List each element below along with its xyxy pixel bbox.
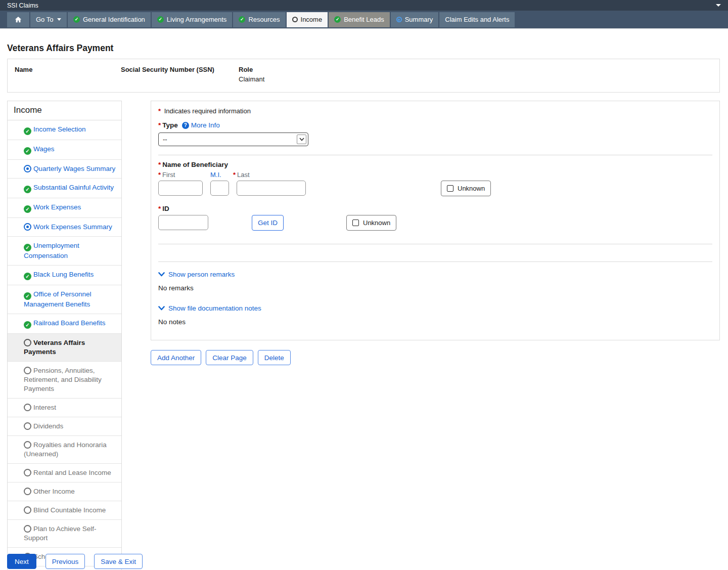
sidebar-item-royalties-and-honoraria[interactable]: Royalties and Honoraria (Unearned) [8,436,121,464]
divider [158,261,712,262]
id-unknown-checkbox[interactable]: Unknown [346,215,396,231]
tab-label: General Identification [83,16,145,23]
sidebar-item-work-expenses-summary[interactable]: Work Expenses Summary [8,218,121,237]
sidebar-item-dividends[interactable]: Dividends [8,417,121,436]
donut-icon [396,17,402,22]
donut-icon [24,165,31,172]
next-button[interactable]: Next [7,554,36,569]
sidebar-item-rental-and-lease-income[interactable]: Rental and Lease Income [8,464,121,483]
sidebar-item-label: Substantial Gainful Activity [33,184,114,191]
circle-open-icon [24,469,31,476]
beneficiary-field-labels: *First M.I. *Last [158,171,712,180]
app-title: SSI Claims [7,2,38,9]
sidebar-item-black-lung-benefits[interactable]: Black Lung Benefits [8,266,121,285]
sidebar-item-label: Other Income [33,488,75,495]
show-person-remarks-toggle[interactable]: Show person remarks [158,271,712,278]
sidebar-item-quarterly-wages-summary[interactable]: Quarterly Wages Summary [8,160,121,179]
circle-open-icon [24,506,31,514]
more-info-link[interactable]: More Info [182,121,220,129]
tab-claim-edits-and-alerts[interactable]: Claim Edits and Alerts [439,12,515,27]
divider [158,155,712,155]
app-menu-caret-icon[interactable] [716,4,721,7]
check-icon [334,16,341,23]
first-name-label: *First [158,171,175,179]
check-icon [24,292,31,300]
person-header-name: Name [15,66,121,75]
sidebar-item-label: Interest [33,404,56,411]
sidebar-item-railroad-board-benefits[interactable]: Railroad Board Benefits [8,314,121,334]
show-file-documentation-notes-toggle[interactable]: Show file documentation notes [158,304,712,312]
home-button[interactable] [7,12,29,27]
type-field-row: *Type More Info [158,121,712,129]
check-icon [24,186,31,193]
add-another-button[interactable]: Add Another [151,350,201,365]
chevron-down-icon [158,306,165,311]
person-table: Name Social Security Number (SSN) Role C… [7,59,720,93]
person-value-ssn [121,75,239,84]
form-panel: * Indicates required information *Type M… [151,101,720,340]
person-header-role: Role [239,66,719,75]
person-header-ssn: Social Security Number (SSN) [121,66,239,75]
page-actions: Add Another Clear Page Delete [151,350,720,365]
previous-button[interactable]: Previous [46,554,85,569]
sidebar-item-label: Royalties and Honoraria (Unearned) [24,441,107,458]
mi-input[interactable] [210,181,229,196]
sidebar-item-plan-to-achieve-self-support[interactable]: Plan to Achieve Self-Support [8,520,121,548]
beneficiary-heading: *Name of Beneficiary [158,161,712,168]
sidebar-item-wages[interactable]: Wages [8,140,121,160]
beneficiary-inputs-row: Unknown [158,181,712,196]
tab-label: Income [301,16,323,23]
footer-actions: Next Previous Save & Exit [7,554,143,569]
last-name-label: *Last [233,171,250,179]
delete-button[interactable]: Delete [258,350,291,365]
clear-page-button[interactable]: Clear Page [206,350,253,365]
circle-open-icon [24,488,31,495]
checkbox-icon [447,185,453,192]
sidebar-item-blind-countable-income[interactable]: Blind Countable Income [8,501,121,520]
tab-income[interactable]: Income [287,12,328,27]
tab-label: Claim Edits and Alerts [445,16,509,23]
main-column: * Indicates required information *Type M… [151,101,720,365]
sidebar-item-veterans-affairs-payments[interactable]: Veterans Affairs Payments [8,334,121,362]
check-icon [73,16,80,23]
check-icon [24,273,31,280]
notes-empty-text: No notes [158,318,712,326]
tab-benefit-leads[interactable]: Benefit Leads [329,12,390,27]
sidebar-item-office-of-personnel-management-benefits[interactable]: Office of Personnel Management Benefits [8,285,121,314]
required-asterisk: * [158,107,161,115]
sidebar-list: Income Selection Wages Quarterly Wages S… [8,120,121,570]
person-value-role: Claimant [239,75,719,84]
type-select[interactable]: -- [158,133,308,146]
mi-label[interactable]: M.I. [210,171,221,179]
goto-caret-icon [57,18,61,21]
sidebar-item-work-expenses[interactable]: Work Expenses [8,198,121,218]
sidebar-item-unemployment-compensation[interactable]: Unemployment Compensation [8,237,121,266]
tab-general-identification[interactable]: General Identification [68,12,151,27]
sidebar-item-label: Work Expenses [33,203,81,211]
sidebar-item-other-income[interactable]: Other Income [8,483,121,501]
sidebar-item-income-selection[interactable]: Income Selection [8,120,121,140]
get-id-button[interactable]: Get ID [252,215,284,231]
sidebar-item-label: Railroad Board Benefits [33,319,106,327]
unknown-label: Unknown [363,219,390,227]
first-name-input[interactable] [158,181,203,196]
tab-label: Benefit Leads [344,16,384,23]
check-icon [24,147,31,155]
id-input[interactable] [158,215,208,230]
sidebar-item-pensions-annuities[interactable]: Pensions, Annuities, Retirement, and Dis… [8,362,121,399]
sidebar-item-label: Blind Countable Income [33,506,106,514]
check-icon [24,244,31,251]
tab-resources[interactable]: Resources [233,12,285,27]
sidebar-item-substantial-gainful-activity[interactable]: Substantial Gainful Activity [8,179,121,198]
save-and-exit-button[interactable]: Save & Exit [94,554,143,569]
tab-summary[interactable]: Summary [391,12,439,27]
tab-label: Summary [405,16,433,23]
sidebar-item-interest[interactable]: Interest [8,399,121,417]
first-name-label-text: First [162,171,175,179]
last-name-label-text: Last [237,171,250,179]
last-name-input[interactable] [237,181,306,196]
name-unknown-checkbox[interactable]: Unknown [441,181,491,196]
goto-menu-button[interactable]: Go To [30,12,67,27]
unknown-label: Unknown [458,185,485,192]
tab-living-arrangements[interactable]: Living Arrangements [152,12,233,27]
